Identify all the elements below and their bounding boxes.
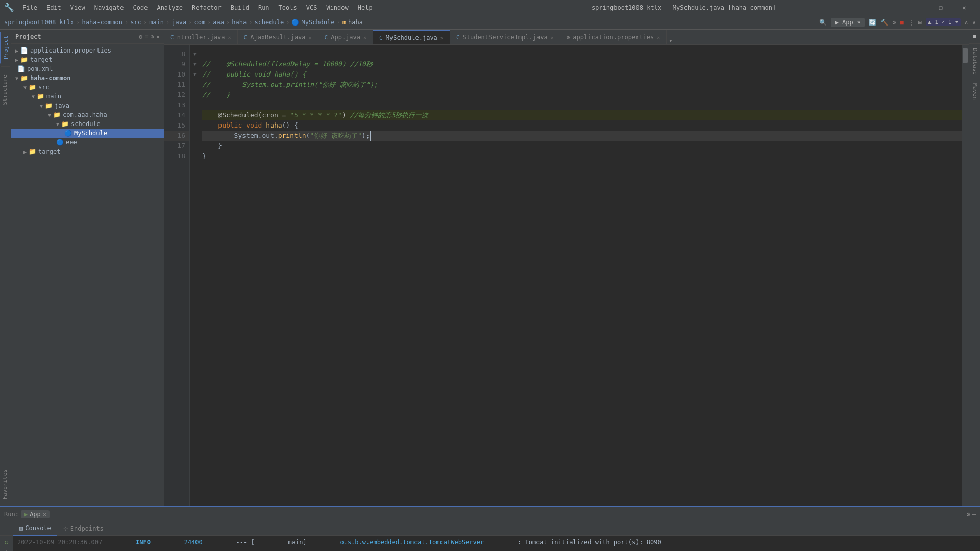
project-panel: Project ⚙ ≡ ⊕ ✕ ▶ 📄 application.properti… (11, 30, 164, 506)
error-count[interactable]: ▲ 1 ✓ 1 ▾ (926, 18, 961, 26)
bc-project[interactable]: springboot1008_ktlx (4, 19, 74, 26)
tree-item[interactable]: ▼ 📁 haha-common (11, 73, 164, 83)
run-action-buttons: ↻ ↑ ■ ↓ 📷 ⇌ ⚙ 🗑 ≡ 📌 (0, 536, 13, 551)
more-tabs-icon[interactable]: ▾ (669, 37, 672, 44)
tab-close-icon[interactable]: ✕ (228, 35, 231, 40)
minimize-button[interactable]: — (905, 0, 929, 15)
rerun-icon[interactable]: ↻ (4, 538, 8, 546)
sync-icon[interactable]: 🔄 (869, 19, 876, 26)
sort-icon[interactable]: ≡ (144, 33, 148, 40)
tab-app[interactable]: C App.java ✕ (318, 30, 373, 44)
bc-class[interactable]: MySchdule (301, 19, 334, 26)
tree-item[interactable]: ▼ 📁 src (11, 83, 164, 92)
tab-close-icon[interactable]: ✕ (440, 35, 444, 41)
menu-window[interactable]: Window (322, 2, 352, 13)
close-panel-icon[interactable]: ✕ (156, 33, 160, 40)
tree-item[interactable]: ▶ 📁 target (11, 55, 164, 64)
console-tab[interactable]: ▤ Console (13, 521, 57, 536)
run-icon: ▶ (24, 511, 28, 518)
tree-item[interactable]: ▶ 📄 application.properties (11, 46, 164, 55)
tree-item-myschdule[interactable]: 🔵 MySchdule (11, 129, 164, 138)
bc-module[interactable]: haha-common (82, 19, 122, 26)
project-sidebar-button[interactable]: Project (0, 32, 11, 63)
chevron-down-icon[interactable]: ∨ (972, 19, 976, 26)
more-icon[interactable]: ⋮ (908, 19, 914, 26)
bc-aaa[interactable]: aaa (213, 19, 224, 26)
run-app-tab[interactable]: ▶ App ✕ (21, 510, 50, 518)
menu-refactor[interactable]: Refactor (188, 2, 226, 13)
tree-item[interactable]: ▼ 📁 schedule (11, 119, 164, 129)
menu-analyze[interactable]: Analyze (153, 2, 187, 13)
tree-item[interactable]: 🔵 eee (11, 138, 164, 147)
code-content[interactable]: // @Scheduled(fixedDelay = 10000) //10秒 … (200, 45, 962, 506)
menu-help[interactable]: Help (354, 2, 377, 13)
settings-icon[interactable]: ⚙ (967, 511, 970, 518)
minimize-panel-icon[interactable]: — (972, 511, 976, 518)
fold-icon[interactable]: ▾ (190, 49, 200, 59)
editor-scrollbar[interactable] (962, 45, 969, 506)
tab-appproperties[interactable]: ⚙ application.properties ✕ (560, 30, 667, 44)
tab-ajaxresult[interactable]: C AjaxResult.java ✕ (238, 30, 318, 44)
build-icon[interactable]: 🔨 (880, 19, 888, 26)
endpoints-tab[interactable]: ⊹ Endpoints (57, 521, 110, 536)
menu-code[interactable]: Code (129, 2, 152, 13)
menu-vcs[interactable]: VCS (302, 2, 322, 13)
tab-myschdule[interactable]: C MySchdule.java ✕ (373, 30, 450, 44)
tab-close-icon[interactable]: ✕ (309, 35, 312, 40)
right-sidebar: ≡ Database Maven (969, 30, 980, 506)
scroll-up-icon[interactable]: ↑ (4, 548, 8, 551)
console-output: 2022-10-09 20:28:36.007 INFO 24400 --- [… (13, 536, 980, 551)
restore-button[interactable]: ❐ (929, 0, 952, 15)
chevron-up-icon[interactable]: ∧ (965, 19, 968, 26)
expand-icon[interactable]: ⊞ (918, 19, 922, 26)
menu-view[interactable]: View (66, 2, 89, 13)
tab-controller[interactable]: C ntroller.java ✕ (164, 30, 238, 44)
gear-icon[interactable]: ⚙ (139, 33, 142, 40)
tree-item[interactable]: ▼ 📁 main (11, 92, 164, 101)
database-sidebar-button[interactable]: Database (969, 44, 980, 79)
menu-tools[interactable]: Tools (275, 2, 301, 13)
structure-sidebar-button[interactable]: Structure (0, 70, 11, 109)
maven-sidebar-button[interactable]: Maven (969, 79, 980, 104)
menu-build[interactable]: Build (227, 2, 253, 13)
expand-all-icon[interactable]: ⊕ (151, 33, 154, 40)
bc-java[interactable]: java (172, 19, 186, 26)
menu-run[interactable]: Run (254, 2, 274, 13)
tree-item[interactable]: 📄 pom.xml (11, 64, 164, 73)
run-tab-close-icon[interactable]: ✕ (43, 511, 46, 518)
tab-close-icon[interactable]: ✕ (363, 35, 366, 40)
fold-icon[interactable]: ▾ (190, 59, 200, 69)
code-text: } (202, 141, 222, 151)
line-number: 13 (164, 100, 189, 110)
fold-icon[interactable]: ▾ (190, 69, 200, 80)
tab-studentserviceimpl[interactable]: C StudentServiceImpl.java ✕ (450, 30, 560, 44)
app-selector[interactable]: ▶ App ▾ (831, 18, 865, 27)
stop-icon[interactable]: ■ (900, 19, 903, 26)
search-icon[interactable]: 🔍 (819, 19, 827, 26)
tab-close-icon[interactable]: ✕ (551, 35, 554, 40)
favorites-sidebar-button[interactable]: Favorites (0, 465, 11, 504)
bc-src[interactable]: src (130, 19, 141, 26)
code-comment: // } (202, 90, 230, 100)
close-button[interactable]: ✕ (952, 0, 976, 15)
tree-item[interactable]: ▼ 📁 com.aaa.haha (11, 110, 164, 119)
window-title: springboot1008_ktlx - MySchdule.java [ha… (462, 4, 905, 11)
code-text: System.out. (202, 131, 278, 141)
code-line: // public void haha() { (202, 69, 962, 80)
bc-main[interactable]: main (149, 19, 164, 26)
code-editor[interactable]: 8 9 10 11 12 13 14 15 16 17 18 (164, 45, 969, 506)
tree-item[interactable]: ▶ 📁 target (11, 147, 164, 156)
scrollbar-thumb[interactable] (963, 48, 968, 63)
tab-close-icon[interactable]: ✕ (657, 35, 660, 40)
bc-schedule[interactable]: schedule (254, 19, 284, 26)
bc-com[interactable]: com (194, 19, 205, 26)
bc-method[interactable]: haha (348, 19, 363, 26)
menu-file[interactable]: File (18, 2, 41, 13)
menu-edit[interactable]: Edit (42, 2, 65, 13)
cursor (370, 131, 375, 141)
code-comment: // public void haha() { (202, 69, 306, 80)
tree-item[interactable]: ▼ 📁 java (11, 101, 164, 110)
bc-haha[interactable]: haha (232, 19, 247, 26)
settings-icon[interactable]: ⚙ (892, 19, 896, 26)
menu-navigate[interactable]: Navigate (90, 2, 128, 13)
